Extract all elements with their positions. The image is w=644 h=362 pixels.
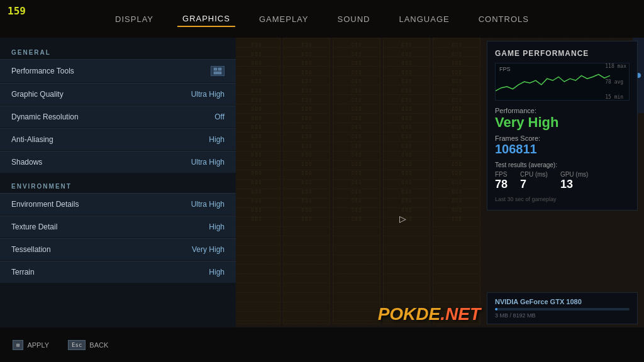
fps-max-label: 118 max (605, 63, 626, 69)
anti-aliasing-label: Anti-Aliasing (11, 135, 53, 144)
fps-col: FPS 78 (495, 171, 508, 191)
fps-col-label: FPS (495, 171, 508, 178)
dynamic-resolution-value: Off (214, 112, 225, 121)
cpu-col-label: CPU (ms) (520, 171, 548, 178)
gpu-memory-bar (495, 308, 630, 310)
cpu-col: CPU (ms) 7 (520, 171, 548, 191)
settings-panel: GENERAL Performance Tools Graphic Qualit… (0, 38, 236, 327)
dynamic-resolution-row[interactable]: Dynamic Resolution Off (0, 106, 236, 128)
dynamic-resolution-label: Dynamic Resolution (11, 112, 79, 121)
graphic-quality-label: Graphic Quality (11, 90, 64, 99)
performance-rating-label: Performance: (495, 107, 630, 114)
terrain-label: Terrain (11, 268, 35, 277)
cpu-col-value: 7 (520, 178, 548, 191)
apply-key-badge: ⊞ (13, 340, 23, 350)
shadows-row[interactable]: Shadows Ultra High (0, 151, 236, 173)
nav-item-controls[interactable]: Controls (474, 12, 534, 26)
apply-button[interactable]: ⊞ APPLY (13, 340, 49, 350)
environment-details-row[interactable]: Environment Details Ultra High (0, 193, 236, 215)
nav-item-gameplay[interactable]: Gameplay (254, 12, 314, 26)
frames-score-label: Frames Score: (495, 134, 630, 142)
texture-detail-label: Texture Detail (11, 222, 57, 231)
fps-graph: 118 max 78 avg 15 min FPS (495, 63, 630, 101)
performance-tools-label: Performance Tools (11, 67, 74, 75)
nav-items-container: Display Graphics Gameplay Sound Language… (110, 11, 534, 27)
performance-tools-row[interactable]: Performance Tools (0, 59, 236, 82)
test-results-row: FPS 78 CPU (ms) 7 GPU (ms) 13 (495, 171, 630, 191)
back-key-badge: Esc (68, 340, 86, 350)
fps-label: FPS (499, 66, 511, 72)
gpu-col: GPU (ms) 13 (560, 171, 588, 191)
back-label[interactable]: BACK (89, 341, 108, 349)
fps-avg-label: 78 avg (605, 79, 626, 85)
frames-score-value: 106811 (495, 142, 630, 156)
graphic-quality-value: Ultra High (191, 90, 225, 99)
last-sec-note: Last 30 sec of gameplay (495, 196, 630, 202)
anti-aliasing-value: High (209, 135, 225, 144)
apply-label[interactable]: APPLY (27, 341, 49, 349)
back-button[interactable]: Esc BACK (68, 340, 108, 350)
terrain-value: High (209, 268, 225, 277)
environment-details-value: Ultra High (191, 200, 225, 209)
gpu-memory-text: 3 MB / 8192 MB (495, 312, 630, 319)
bottom-bar: ⊞ APPLY Esc BACK (0, 327, 644, 362)
performance-rating-value: Very High (495, 114, 630, 131)
svg-rect-1 (218, 68, 221, 70)
graphic-quality-row[interactable]: Graphic Quality Ultra High (0, 83, 236, 105)
tessellation-value: Very High (192, 245, 225, 254)
pokde-logo: POKDE.NET (378, 304, 480, 324)
gpu-panel: NVIDIA GeForce GTX 1080 3 MB / 8192 MB (487, 292, 638, 324)
environment-details-label: Environment Details (11, 200, 79, 209)
tessellation-label: Tessellation (11, 245, 51, 254)
texture-detail-row[interactable]: Texture Detail High (0, 216, 236, 238)
environment-section-header: ENVIRONMENT (0, 178, 236, 192)
performance-panel: Game Performance 118 max 78 avg 15 min F… (487, 41, 638, 211)
texture-detail-value: High (209, 222, 225, 231)
performance-panel-title: Game Performance (495, 49, 630, 58)
nav-item-language[interactable]: Language (394, 12, 454, 26)
fps-graph-labels: 118 max 78 avg 15 min (605, 63, 626, 100)
svg-rect-0 (214, 68, 217, 70)
nav-item-graphics[interactable]: Graphics (177, 11, 235, 27)
fps-col-value: 78 (495, 178, 508, 191)
shadows-value: Ultra High (191, 158, 225, 167)
shadows-label: Shadows (11, 158, 42, 167)
top-navigation: Display Graphics Gameplay Sound Language… (0, 0, 644, 38)
frames-score: Frames Score: 106811 (495, 134, 630, 156)
tessellation-row[interactable]: Tessellation Very High (0, 238, 236, 260)
performance-tools-icon[interactable] (211, 66, 225, 76)
hieroglyph-background: 𓂀 𓃀 𓄿𓅓 𓆣 𓇯 𓈖 𓉐 𓊃𓋴 𓌀 𓍯 𓂀 𓃀 𓄿𓅓 𓆣 𓇯 𓈖 𓉐 𓊃𓋴 … (233, 38, 480, 324)
anti-aliasing-row[interactable]: Anti-Aliasing High (0, 128, 236, 150)
general-section-header: GENERAL (0, 44, 236, 58)
gpu-col-label: GPU (ms) (560, 171, 588, 178)
gpu-memory-bar-fill (495, 308, 497, 310)
performance-rating: Performance: Very High (495, 107, 630, 131)
gpu-name: NVIDIA GeForce GTX 1080 (495, 298, 630, 305)
fps-counter: 159 (8, 5, 26, 17)
pokde-suffix: .NET (440, 304, 480, 324)
fps-min-label: 15 min (605, 94, 626, 100)
terrain-row[interactable]: Terrain High (0, 261, 236, 283)
test-results-label: Test results (average): (495, 162, 630, 168)
nav-item-display[interactable]: Display (110, 12, 158, 26)
gpu-col-value: 13 (560, 178, 588, 191)
svg-rect-2 (214, 72, 221, 74)
nav-item-sound[interactable]: Sound (332, 12, 375, 26)
